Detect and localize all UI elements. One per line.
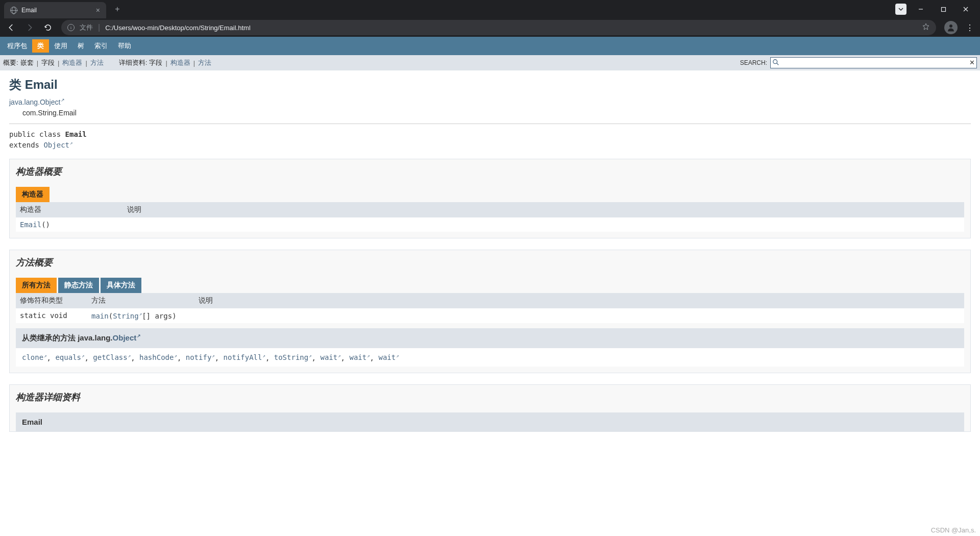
window-controls bbox=[895, 2, 976, 17]
method-link[interactable]: main bbox=[91, 312, 109, 320]
table-row: static voidmain(String[] args) bbox=[16, 308, 964, 323]
info-icon[interactable]: i bbox=[67, 24, 75, 31]
inherited-method-link[interactable]: notify bbox=[186, 353, 215, 361]
method-tabs: 所有方法静态方法具体方法 bbox=[16, 278, 964, 293]
method-table: 修饰符和类型 方法 说明 static voidmain(String[] ar… bbox=[16, 293, 964, 323]
browser-chrome: Email × + i 文件 | C:/Users/woo-min/Deskto… bbox=[0, 0, 980, 37]
subnav-link[interactable]: 构造器 bbox=[62, 58, 82, 67]
nav-item[interactable]: 类 bbox=[32, 39, 49, 53]
content: 类 Email java.lang.Object com.String.Emai… bbox=[0, 70, 980, 474]
profile-button[interactable] bbox=[944, 21, 958, 34]
search-label: SEARCH: bbox=[740, 59, 767, 66]
col-description: 说明 bbox=[123, 202, 964, 217]
inherited-method-link[interactable]: wait bbox=[349, 353, 370, 361]
svg-point-5 bbox=[773, 60, 777, 64]
subnav-text: 字段 bbox=[149, 58, 162, 67]
method-tab[interactable]: 所有方法 bbox=[16, 278, 57, 293]
superclass-link[interactable]: java.lang.Object bbox=[9, 98, 65, 106]
method-summary: 方法概要 所有方法静态方法具体方法 修饰符和类型 方法 说明 static vo… bbox=[9, 250, 971, 373]
inherited-methods-list: clone, equals, getClass, hashCode, notif… bbox=[16, 348, 964, 367]
class-fullname: com.String.Email bbox=[22, 108, 971, 118]
search-wrap: SEARCH: ✕ bbox=[740, 57, 977, 68]
inherited-method-link[interactable]: clone bbox=[22, 353, 47, 361]
constructor-detail-name: Email bbox=[16, 412, 964, 431]
tab-title: Email bbox=[21, 7, 37, 14]
search-input[interactable] bbox=[770, 57, 977, 68]
constructor-summary: 构造器概要 构造器 构造器 说明 Email() bbox=[9, 159, 971, 238]
globe-icon bbox=[10, 7, 17, 14]
nav-item[interactable]: 程序包 bbox=[2, 39, 32, 53]
back-button[interactable] bbox=[3, 19, 19, 36]
svg-rect-1 bbox=[941, 7, 945, 11]
search-icon bbox=[772, 59, 779, 66]
clear-icon[interactable]: ✕ bbox=[969, 59, 975, 66]
table-row: Email() bbox=[16, 217, 964, 232]
constructor-detail: 构造器详细资料 Email bbox=[9, 384, 971, 432]
url-scheme: 文件 bbox=[80, 23, 93, 32]
inherited-class-link[interactable]: Object bbox=[113, 333, 141, 342]
reload-button[interactable] bbox=[40, 19, 56, 36]
constructor-link[interactable]: Email bbox=[20, 221, 41, 229]
extensions-icon[interactable] bbox=[895, 4, 906, 15]
javadoc-top-nav: 程序包类使用树索引帮助 bbox=[0, 37, 980, 55]
new-tab-button[interactable]: + bbox=[111, 3, 124, 15]
method-tab[interactable]: 具体方法 bbox=[101, 278, 141, 293]
nav-item[interactable]: 索引 bbox=[89, 39, 113, 53]
minimize-button[interactable] bbox=[911, 2, 931, 17]
inherited-method-link[interactable]: equals bbox=[55, 353, 84, 361]
javadoc-sub-nav: 概要: 嵌套|字段|构造器|方法 详细资料: 字段|构造器|方法 SEARCH:… bbox=[0, 55, 980, 70]
close-icon[interactable]: × bbox=[96, 6, 100, 14]
col-modifier: 修饰符和类型 bbox=[16, 293, 87, 308]
inherited-method-link[interactable]: getClass bbox=[93, 353, 131, 361]
subnav-link[interactable]: 方法 bbox=[90, 58, 104, 67]
col-constructor: 构造器 bbox=[16, 202, 123, 217]
nav-bar: i 文件 | C:/Users/woo-min/Desktop/com/Stri… bbox=[0, 18, 980, 37]
section-heading: 构造器概要 bbox=[16, 165, 964, 178]
method-tab[interactable]: 静态方法 bbox=[58, 278, 99, 293]
section-heading: 方法概要 bbox=[16, 256, 964, 269]
constructor-tabs: 构造器 bbox=[16, 187, 964, 202]
class-signature: public class Email extends Object bbox=[9, 129, 971, 151]
star-icon[interactable] bbox=[922, 22, 930, 33]
nav-item[interactable]: 树 bbox=[72, 39, 89, 53]
constructor-table: 构造器 说明 Email() bbox=[16, 202, 964, 232]
inherited-methods-header: 从类继承的方法 java.lang.Object bbox=[16, 328, 964, 348]
forward-button[interactable] bbox=[21, 19, 38, 36]
inherited-method-link[interactable]: wait bbox=[320, 353, 340, 361]
param-type-link[interactable]: String bbox=[113, 312, 142, 320]
tab-bar: Email × + bbox=[0, 0, 980, 18]
url-bar[interactable]: i 文件 | C:/Users/woo-min/Desktop/com/Stri… bbox=[61, 20, 936, 35]
col-description: 说明 bbox=[194, 293, 964, 308]
inherited-method-link[interactable]: toString bbox=[274, 353, 312, 361]
maximize-button[interactable] bbox=[933, 2, 953, 17]
subnav-text: 字段 bbox=[41, 58, 55, 67]
extends-link[interactable]: Object bbox=[43, 141, 72, 149]
svg-line-6 bbox=[777, 63, 779, 65]
svg-point-4 bbox=[949, 25, 952, 28]
content-scroll[interactable]: 类 Email java.lang.Object com.String.Emai… bbox=[0, 70, 980, 536]
tab-constructors[interactable]: 构造器 bbox=[16, 187, 50, 202]
nav-item[interactable]: 使用 bbox=[49, 39, 72, 53]
inheritance-tree: java.lang.Object com.String.Email bbox=[9, 97, 971, 118]
nav-item[interactable]: 帮助 bbox=[113, 39, 136, 53]
close-window-button[interactable] bbox=[955, 2, 976, 17]
inherited-method-link[interactable]: hashCode bbox=[139, 353, 177, 361]
subnav-text: 嵌套 bbox=[20, 58, 34, 67]
page-title: 类 Email bbox=[9, 77, 971, 93]
inherited-title: 从类继承的方法 java.lang.Object bbox=[22, 333, 141, 342]
url-path: C:/Users/woo-min/Desktop/com/String/Emai… bbox=[105, 24, 251, 32]
browser-tab[interactable]: Email × bbox=[4, 2, 106, 18]
inherited-method-link[interactable]: wait bbox=[378, 353, 399, 361]
menu-button[interactable]: ⋮ bbox=[963, 23, 977, 33]
inherited-method-link[interactable]: notifyAll bbox=[224, 353, 265, 361]
section-heading: 构造器详细资料 bbox=[16, 391, 964, 403]
col-method: 方法 bbox=[87, 293, 194, 308]
subnav-link[interactable]: 方法 bbox=[198, 58, 211, 67]
subnav-link[interactable]: 构造器 bbox=[170, 58, 190, 67]
